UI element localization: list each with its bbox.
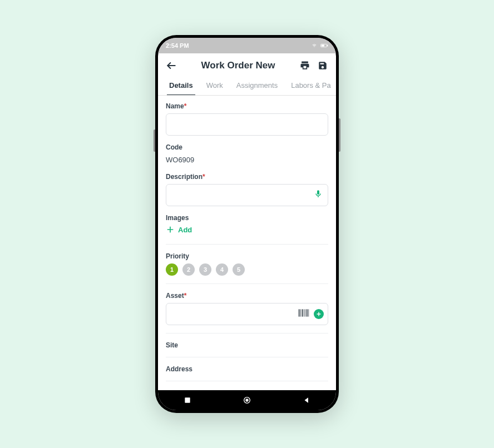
- save-button[interactable]: [316, 59, 329, 72]
- description-input[interactable]: [166, 184, 328, 206]
- nav-back-button[interactable]: [302, 395, 312, 405]
- code-value: WO6909: [166, 155, 328, 165]
- field-images: Images Add: [166, 214, 328, 236]
- barcode-button[interactable]: [298, 308, 309, 320]
- priority-options: 1 2 3 4 5: [166, 263, 328, 276]
- code-label: Code: [166, 143, 328, 151]
- svg-rect-10: [305, 309, 306, 316]
- name-label: Name*: [166, 102, 328, 110]
- status-icons: [310, 43, 328, 48]
- field-site: Site: [166, 341, 328, 349]
- divider: [166, 333, 328, 333]
- priority-5[interactable]: 5: [233, 263, 245, 276]
- divider: [166, 283, 328, 284]
- divider: [166, 244, 328, 245]
- field-address: Address: [166, 365, 328, 373]
- screen: 2:54 PM Work Order New Details Work Assi…: [158, 38, 336, 410]
- asset-label: Asset*: [166, 292, 328, 300]
- field-priority: Priority 1 2 3 4 5: [166, 252, 328, 276]
- divider: [166, 357, 328, 357]
- circle-icon: [243, 396, 251, 405]
- tab-assignments[interactable]: Assignments: [230, 77, 284, 95]
- address-label: Address: [166, 365, 328, 373]
- print-button[interactable]: [298, 59, 312, 72]
- add-label: Add: [178, 226, 192, 234]
- field-code: Code WO6909: [166, 143, 328, 165]
- svg-rect-2: [322, 44, 324, 46]
- status-bar: 2:54 PM: [158, 38, 336, 53]
- svg-rect-9: [304, 309, 304, 316]
- tab-labors[interactable]: Labors & Pa: [284, 77, 336, 95]
- svg-point-17: [246, 399, 248, 401]
- svg-rect-12: [308, 309, 309, 316]
- back-button[interactable]: [165, 59, 178, 72]
- add-asset-button[interactable]: [314, 309, 324, 319]
- status-time: 2:54 PM: [166, 42, 189, 49]
- description-label: Description*: [166, 173, 328, 181]
- wifi-icon: [310, 43, 318, 48]
- svg-rect-7: [300, 309, 301, 316]
- battery-icon: [320, 43, 328, 48]
- priority-label: Priority: [166, 252, 328, 260]
- tab-work[interactable]: Work: [200, 77, 230, 95]
- svg-rect-6: [299, 309, 300, 316]
- field-description: Description*: [166, 173, 328, 206]
- tabs: Details Work Assignments Labors & Pa: [158, 77, 336, 96]
- nav-home-button[interactable]: [242, 395, 252, 405]
- svg-rect-15: [185, 397, 190, 402]
- square-icon: [184, 396, 191, 404]
- svg-rect-11: [307, 309, 308, 316]
- field-name: Name*: [166, 102, 328, 136]
- form-body: Name* Code WO6909 Description* Images: [158, 96, 336, 390]
- microphone-icon: [314, 190, 323, 198]
- divider: [166, 381, 328, 381]
- android-nav-bar: [158, 390, 336, 410]
- site-label: Site: [166, 341, 328, 349]
- plus-icon: [166, 225, 175, 234]
- priority-2[interactable]: 2: [182, 263, 195, 276]
- triangle-left-icon: [303, 396, 310, 404]
- save-icon: [318, 61, 328, 71]
- priority-3[interactable]: 3: [199, 263, 211, 276]
- tab-details[interactable]: Details: [162, 77, 200, 95]
- name-input[interactable]: [166, 113, 328, 136]
- app-bar: Work Order New: [158, 53, 336, 77]
- print-icon: [299, 60, 310, 71]
- svg-rect-8: [302, 309, 303, 316]
- mic-button[interactable]: [314, 190, 323, 201]
- svg-rect-1: [327, 45, 328, 46]
- images-label: Images: [166, 214, 328, 222]
- nav-recent-button[interactable]: [182, 395, 192, 405]
- barcode-icon: [298, 308, 309, 317]
- phone-frame: 2:54 PM Work Order New Details Work Assi…: [155, 35, 339, 413]
- priority-1[interactable]: 1: [166, 263, 178, 276]
- field-asset: Asset*: [166, 292, 328, 325]
- plus-icon: [316, 311, 322, 317]
- arrow-left-icon: [166, 60, 177, 71]
- page-title: Work Order New: [182, 60, 294, 71]
- priority-4[interactable]: 4: [216, 263, 228, 276]
- add-image-button[interactable]: Add: [166, 225, 192, 234]
